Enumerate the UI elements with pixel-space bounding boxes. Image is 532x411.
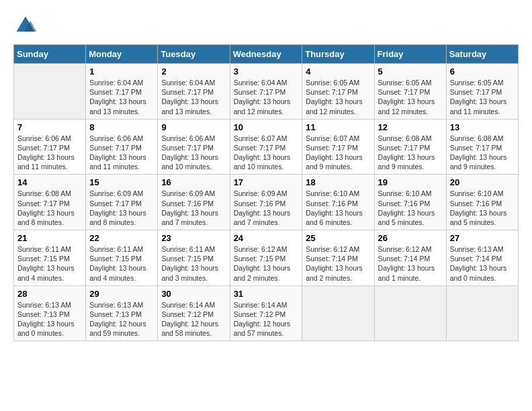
day-info: Sunrise: 6:10 AM Sunset: 7:16 PM Dayligh… bbox=[306, 189, 370, 227]
day-info: Sunrise: 6:06 AM Sunset: 7:17 PM Dayligh… bbox=[161, 134, 226, 172]
day-info: Sunrise: 6:07 AM Sunset: 7:17 PM Dayligh… bbox=[234, 134, 299, 172]
day-header-sunday: Sunday bbox=[14, 45, 86, 64]
day-number: 24 bbox=[234, 233, 299, 243]
day-info: Sunrise: 6:08 AM Sunset: 7:17 PM Dayligh… bbox=[378, 134, 443, 172]
calendar-cell: 5Sunrise: 6:05 AM Sunset: 7:17 PM Daylig… bbox=[374, 64, 446, 120]
calendar-cell: 22Sunrise: 6:11 AM Sunset: 7:15 PM Dayli… bbox=[86, 230, 158, 286]
calendar-week-row: 1Sunrise: 6:04 AM Sunset: 7:17 PM Daylig… bbox=[14, 64, 519, 120]
day-info: Sunrise: 6:05 AM Sunset: 7:17 PM Dayligh… bbox=[306, 78, 370, 116]
day-info: Sunrise: 6:09 AM Sunset: 7:17 PM Dayligh… bbox=[89, 189, 154, 227]
day-number: 19 bbox=[378, 177, 443, 187]
day-header-friday: Friday bbox=[374, 45, 446, 64]
calendar-cell: 27Sunrise: 6:13 AM Sunset: 7:14 PM Dayli… bbox=[446, 230, 518, 286]
day-number: 11 bbox=[306, 122, 370, 132]
day-number: 23 bbox=[161, 233, 226, 243]
calendar-cell bbox=[302, 285, 374, 341]
day-info: Sunrise: 6:09 AM Sunset: 7:16 PM Dayligh… bbox=[234, 189, 299, 227]
day-number: 8 bbox=[89, 122, 154, 132]
day-info: Sunrise: 6:06 AM Sunset: 7:17 PM Dayligh… bbox=[17, 134, 82, 172]
day-number: 10 bbox=[234, 122, 299, 132]
day-info: Sunrise: 6:13 AM Sunset: 7:14 PM Dayligh… bbox=[450, 244, 515, 283]
day-info: Sunrise: 6:14 AM Sunset: 7:12 PM Dayligh… bbox=[234, 300, 299, 338]
calendar-cell: 3Sunrise: 6:04 AM Sunset: 7:17 PM Daylig… bbox=[230, 64, 302, 120]
calendar-cell bbox=[14, 64, 86, 120]
calendar-cell: 18Sunrise: 6:10 AM Sunset: 7:16 PM Dayli… bbox=[302, 175, 374, 230]
logo bbox=[13, 13, 42, 38]
day-number: 12 bbox=[378, 122, 443, 132]
calendar-table: SundayMondayTuesdayWednesdayThursdayFrid… bbox=[13, 44, 519, 341]
day-info: Sunrise: 6:08 AM Sunset: 7:17 PM Dayligh… bbox=[17, 189, 82, 227]
day-info: Sunrise: 6:04 AM Sunset: 7:17 PM Dayligh… bbox=[89, 78, 154, 116]
day-number: 17 bbox=[234, 177, 299, 187]
calendar-cell: 9Sunrise: 6:06 AM Sunset: 7:17 PM Daylig… bbox=[158, 119, 230, 175]
calendar-cell: 15Sunrise: 6:09 AM Sunset: 7:17 PM Dayli… bbox=[86, 175, 158, 230]
day-info: Sunrise: 6:10 AM Sunset: 7:16 PM Dayligh… bbox=[450, 189, 515, 227]
calendar-cell: 2Sunrise: 6:04 AM Sunset: 7:17 PM Daylig… bbox=[158, 64, 230, 120]
calendar-cell: 12Sunrise: 6:08 AM Sunset: 7:17 PM Dayli… bbox=[374, 119, 446, 175]
day-number: 5 bbox=[378, 66, 443, 77]
day-number: 16 bbox=[161, 177, 226, 187]
day-number: 22 bbox=[89, 233, 154, 243]
day-info: Sunrise: 6:05 AM Sunset: 7:17 PM Dayligh… bbox=[378, 78, 443, 116]
day-info: Sunrise: 6:04 AM Sunset: 7:17 PM Dayligh… bbox=[234, 78, 299, 116]
calendar-cell: 24Sunrise: 6:12 AM Sunset: 7:15 PM Dayli… bbox=[230, 230, 302, 286]
calendar-cell: 28Sunrise: 6:13 AM Sunset: 7:13 PM Dayli… bbox=[14, 285, 86, 341]
logo-icon bbox=[13, 13, 38, 38]
calendar-cell: 8Sunrise: 6:06 AM Sunset: 7:17 PM Daylig… bbox=[86, 119, 158, 175]
day-header-tuesday: Tuesday bbox=[158, 45, 230, 64]
calendar-cell bbox=[446, 285, 518, 341]
calendar-cell: 4Sunrise: 6:05 AM Sunset: 7:17 PM Daylig… bbox=[302, 64, 374, 120]
page-header bbox=[13, 13, 519, 38]
calendar-cell: 21Sunrise: 6:11 AM Sunset: 7:15 PM Dayli… bbox=[14, 230, 86, 286]
day-number: 1 bbox=[89, 66, 154, 77]
calendar-cell bbox=[374, 285, 446, 341]
day-number: 9 bbox=[161, 122, 226, 132]
calendar-cell: 7Sunrise: 6:06 AM Sunset: 7:17 PM Daylig… bbox=[14, 119, 86, 175]
day-number: 2 bbox=[161, 66, 226, 77]
calendar-cell: 31Sunrise: 6:14 AM Sunset: 7:12 PM Dayli… bbox=[230, 285, 302, 341]
day-info: Sunrise: 6:11 AM Sunset: 7:15 PM Dayligh… bbox=[17, 244, 82, 283]
calendar-cell: 19Sunrise: 6:10 AM Sunset: 7:16 PM Dayli… bbox=[374, 175, 446, 230]
calendar-cell: 26Sunrise: 6:12 AM Sunset: 7:14 PM Dayli… bbox=[374, 230, 446, 286]
day-number: 3 bbox=[234, 66, 299, 77]
calendar-cell: 10Sunrise: 6:07 AM Sunset: 7:17 PM Dayli… bbox=[230, 119, 302, 175]
day-number: 26 bbox=[378, 233, 443, 243]
day-info: Sunrise: 6:09 AM Sunset: 7:16 PM Dayligh… bbox=[161, 189, 226, 227]
day-number: 21 bbox=[17, 233, 82, 243]
day-number: 13 bbox=[450, 122, 515, 132]
day-number: 27 bbox=[450, 233, 515, 243]
calendar-cell: 25Sunrise: 6:12 AM Sunset: 7:14 PM Dayli… bbox=[302, 230, 374, 286]
calendar-week-row: 7Sunrise: 6:06 AM Sunset: 7:17 PM Daylig… bbox=[14, 119, 519, 175]
calendar-cell: 30Sunrise: 6:14 AM Sunset: 7:12 PM Dayli… bbox=[158, 285, 230, 341]
day-number: 31 bbox=[234, 289, 299, 299]
day-number: 4 bbox=[306, 66, 370, 77]
day-info: Sunrise: 6:13 AM Sunset: 7:13 PM Dayligh… bbox=[89, 300, 154, 338]
day-info: Sunrise: 6:07 AM Sunset: 7:17 PM Dayligh… bbox=[306, 134, 370, 172]
calendar-cell: 11Sunrise: 6:07 AM Sunset: 7:17 PM Dayli… bbox=[302, 119, 374, 175]
calendar-cell: 16Sunrise: 6:09 AM Sunset: 7:16 PM Dayli… bbox=[158, 175, 230, 230]
day-number: 29 bbox=[89, 289, 154, 299]
day-info: Sunrise: 6:13 AM Sunset: 7:13 PM Dayligh… bbox=[17, 300, 82, 338]
day-info: Sunrise: 6:06 AM Sunset: 7:17 PM Dayligh… bbox=[89, 134, 154, 172]
calendar-week-row: 14Sunrise: 6:08 AM Sunset: 7:17 PM Dayli… bbox=[14, 175, 519, 230]
day-info: Sunrise: 6:11 AM Sunset: 7:15 PM Dayligh… bbox=[161, 244, 226, 283]
calendar-cell: 23Sunrise: 6:11 AM Sunset: 7:15 PM Dayli… bbox=[158, 230, 230, 286]
calendar-cell: 14Sunrise: 6:08 AM Sunset: 7:17 PM Dayli… bbox=[14, 175, 86, 230]
day-number: 18 bbox=[306, 177, 370, 187]
day-info: Sunrise: 6:08 AM Sunset: 7:17 PM Dayligh… bbox=[450, 134, 515, 172]
calendar-cell: 29Sunrise: 6:13 AM Sunset: 7:13 PM Dayli… bbox=[86, 285, 158, 341]
day-header-wednesday: Wednesday bbox=[230, 45, 302, 64]
calendar-week-row: 21Sunrise: 6:11 AM Sunset: 7:15 PM Dayli… bbox=[14, 230, 519, 286]
calendar-cell: 13Sunrise: 6:08 AM Sunset: 7:17 PM Dayli… bbox=[446, 119, 518, 175]
day-number: 15 bbox=[89, 177, 154, 187]
day-info: Sunrise: 6:14 AM Sunset: 7:12 PM Dayligh… bbox=[161, 300, 226, 338]
day-header-saturday: Saturday bbox=[446, 45, 518, 64]
day-info: Sunrise: 6:04 AM Sunset: 7:17 PM Dayligh… bbox=[161, 78, 226, 116]
day-number: 30 bbox=[161, 289, 226, 299]
day-info: Sunrise: 6:12 AM Sunset: 7:14 PM Dayligh… bbox=[378, 244, 443, 283]
day-info: Sunrise: 6:11 AM Sunset: 7:15 PM Dayligh… bbox=[89, 244, 154, 283]
day-info: Sunrise: 6:05 AM Sunset: 7:17 PM Dayligh… bbox=[450, 78, 515, 116]
day-header-thursday: Thursday bbox=[302, 45, 374, 64]
day-header-monday: Monday bbox=[86, 45, 158, 64]
day-info: Sunrise: 6:12 AM Sunset: 7:15 PM Dayligh… bbox=[234, 244, 299, 283]
